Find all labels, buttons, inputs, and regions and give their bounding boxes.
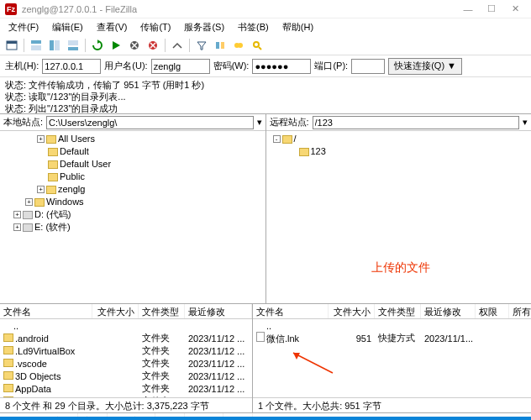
user-input[interactable]: [151, 59, 210, 74]
toggle-tree-icon[interactable]: [46, 37, 63, 54]
filter-icon[interactable]: [193, 37, 210, 54]
svg-line-17: [259, 47, 261, 50]
list-item[interactable]: 微信.lnk951快捷方式2023/11/1...: [253, 332, 531, 344]
dropdown-icon[interactable]: ▾: [523, 117, 528, 128]
titlebar: Fz zenglg@127.0.0.1 - FileZilla — ☐ ✕: [0, 0, 531, 18]
svg-rect-5: [55, 40, 60, 50]
local-pane: 本地站点: ▾ + All Users Default Default User…: [0, 114, 266, 303]
minimize-button[interactable]: —: [457, 2, 479, 17]
pass-input[interactable]: [252, 59, 311, 74]
local-list-header[interactable]: 文件名文件大小文件类型最近修改: [0, 304, 252, 319]
svg-point-16: [254, 42, 259, 47]
remote-list-body[interactable]: ..微信.lnk951快捷方式2023/11/1...: [253, 319, 531, 397]
svg-line-18: [293, 353, 333, 373]
svg-rect-13: [221, 42, 224, 49]
close-button[interactable]: ✕: [504, 2, 526, 17]
host-input[interactable]: [42, 59, 101, 74]
toggle-queue-icon[interactable]: [65, 37, 81, 54]
menu-item[interactable]: 传输(T): [135, 19, 176, 35]
list-item[interactable]: AppData文件夹2023/11/12 ...: [0, 382, 252, 395]
window-title: zenglg@127.0.0.1 - FileZilla: [22, 4, 457, 14]
toggle-log-icon[interactable]: [28, 37, 45, 54]
menu-item[interactable]: 查看(V): [92, 19, 133, 35]
svg-rect-6: [68, 40, 78, 45]
toolbar: [0, 35, 531, 55]
svg-rect-12: [216, 42, 219, 49]
maximize-button[interactable]: ☐: [481, 2, 502, 17]
local-path-input[interactable]: [46, 116, 253, 129]
local-site-label: 本地站点:: [3, 116, 43, 129]
taskbar: [0, 417, 531, 420]
tree-item[interactable]: + zenglg: [3, 183, 262, 196]
menu-item[interactable]: 服务器(S): [179, 19, 229, 35]
process-queue-icon[interactable]: [108, 37, 124, 54]
search-icon[interactable]: [249, 37, 266, 54]
svg-point-15: [238, 43, 243, 48]
svg-rect-2: [31, 40, 41, 44]
port-label: 端口(P):: [314, 60, 348, 72]
svg-rect-1: [7, 41, 17, 44]
message-log[interactable]: 状态: 文件传输成功，传输了 951 字节 (用时1 秒)状态: 读取"/123…: [0, 77, 531, 114]
local-list-status: 8 个文件 和 29 个目录。大小总计: 3,375,223 字节: [0, 397, 252, 412]
list-item[interactable]: ..: [253, 319, 531, 332]
remote-list-header[interactable]: 文件名文件大小文件类型最近修改权限所有者/组: [253, 304, 531, 319]
pass-label: 密码(W):: [213, 60, 250, 72]
local-list-body[interactable]: ...android文件夹2023/11/12 ....Ld9VirtualBo…: [0, 319, 252, 397]
list-item[interactable]: .vscode文件夹2023/11/12 ...: [0, 357, 252, 370]
tree-item[interactable]: Default: [3, 145, 262, 158]
tree-item[interactable]: Public: [3, 171, 262, 183]
sitemanager-icon[interactable]: [3, 37, 20, 54]
list-item[interactable]: ..: [0, 319, 252, 332]
list-item[interactable]: .Ld9VirtualBox文件夹2023/11/12 ...: [0, 344, 252, 357]
user-label: 用户名(U):: [104, 60, 147, 72]
tree-item[interactable]: 123: [270, 145, 528, 158]
tree-item[interactable]: + All Users: [3, 133, 262, 145]
quickconnect-button[interactable]: 快速连接(Q) ▼: [388, 58, 462, 75]
quickconnect-bar: 主机(H): 用户名(U): 密码(W): 端口(P): 快速连接(Q) ▼: [0, 55, 531, 77]
disconnect-icon[interactable]: [145, 37, 161, 54]
annotation-text: 上传的文件: [371, 260, 430, 276]
cancel-icon[interactable]: [126, 37, 143, 54]
svg-rect-4: [50, 40, 54, 50]
local-file-list: 文件名文件大小文件类型最近修改 ...android文件夹2023/11/12 …: [0, 304, 253, 412]
remote-path-input[interactable]: [313, 116, 519, 129]
menu-item[interactable]: 帮助(H): [277, 19, 318, 35]
sync-browse-icon[interactable]: [230, 37, 247, 54]
menu-item[interactable]: 书签(B): [233, 19, 274, 35]
host-label: 主机(H):: [5, 60, 39, 72]
list-item[interactable]: .android文件夹2023/11/12 ...: [0, 332, 252, 344]
remote-site-label: 远程站点:: [270, 116, 309, 129]
svg-rect-7: [68, 47, 78, 50]
tree-item[interactable]: + D: (代码): [3, 208, 262, 221]
remote-file-list: 文件名文件大小文件类型最近修改权限所有者/组 ..微信.lnk951快捷方式20…: [253, 304, 531, 412]
local-tree[interactable]: + All Users Default Default User Public+…: [0, 131, 266, 303]
reconnect-icon[interactable]: [169, 37, 186, 54]
tree-item[interactable]: + E: (软件): [3, 221, 262, 234]
menu-item[interactable]: 文件(F): [3, 19, 44, 35]
dropdown-icon[interactable]: ▾: [257, 117, 262, 128]
compare-icon[interactable]: [212, 37, 229, 54]
app-icon: Fz: [5, 3, 17, 15]
menubar: 文件(F)编辑(E)查看(V)传输(T)服务器(S)书签(B)帮助(H): [0, 18, 531, 35]
tree-item[interactable]: - /: [270, 133, 528, 145]
list-item[interactable]: 3D Objects文件夹2023/11/12 ...: [0, 370, 252, 382]
annotation-arrow: [287, 349, 337, 375]
remote-list-status: 1 个文件。大小总共: 951 字节: [253, 397, 531, 412]
refresh-icon[interactable]: [89, 37, 106, 54]
port-input[interactable]: [351, 59, 385, 74]
remote-tree[interactable]: - / 123: [266, 131, 532, 303]
tree-item[interactable]: + Windows: [3, 196, 262, 208]
svg-rect-3: [31, 45, 41, 50]
svg-marker-9: [113, 41, 120, 50]
menu-item[interactable]: 编辑(E): [47, 19, 88, 35]
tree-item[interactable]: Default User: [3, 158, 262, 171]
list-item[interactable]: Application Data文件夹2023/11/12 ...: [0, 395, 252, 397]
